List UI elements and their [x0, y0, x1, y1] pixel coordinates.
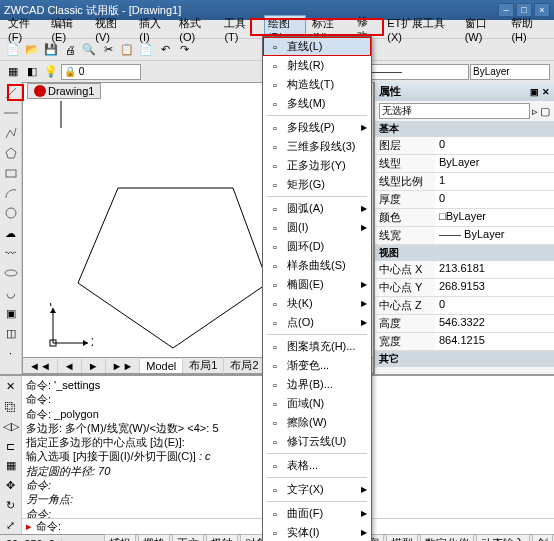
prop-row[interactable]: 厚度0 [375, 191, 554, 209]
menu-item-table[interactable]: ▫表格... [263, 456, 371, 475]
prop-row[interactable]: 线宽—— ByLayer [375, 227, 554, 245]
tab-nav-first[interactable]: ◄◄ [23, 359, 58, 373]
scale-icon[interactable]: ⤢ [2, 516, 20, 534]
menu-item-spline[interactable]: ▫样条曲线(S) [263, 256, 371, 275]
open-icon[interactable]: 📂 [23, 41, 41, 59]
menu-1[interactable]: 编辑(E) [47, 15, 89, 44]
menu-item-revcloud[interactable]: ▫修订云线(U) [263, 432, 371, 451]
menu-item-bound[interactable]: ▫边界(B)... [263, 375, 371, 394]
layer-state-icon[interactable]: 💡 [42, 63, 60, 81]
ellipse-arc-icon[interactable]: ◡ [2, 284, 20, 302]
point-icon[interactable]: · [2, 344, 20, 362]
rotate-icon[interactable]: ↻ [2, 497, 20, 515]
layer-dropdown[interactable]: 🔒 0 [61, 64, 141, 80]
paste-icon[interactable]: 📄 [137, 41, 155, 59]
prop-row[interactable]: 中心点 X213.6181 [375, 261, 554, 279]
copy-obj-icon[interactable]: ⿻ [2, 398, 20, 416]
linetype-dropdown[interactable]: ——— [369, 64, 469, 80]
menu-item-ray[interactable]: ▫射线(R) [263, 56, 371, 75]
status-toggle[interactable]: 数字化仪 [420, 534, 474, 541]
prop-row[interactable]: 颜色□ByLayer [375, 209, 554, 227]
status-toggle[interactable]: 模型 [386, 534, 418, 541]
preview-icon[interactable]: 🔍 [80, 41, 98, 59]
menu-item-xline[interactable]: ▫构造线(T) [263, 75, 371, 94]
tab-nav-next[interactable]: ► [82, 359, 106, 373]
new-icon[interactable]: 📄 [4, 41, 22, 59]
menu-2[interactable]: 视图(V) [91, 15, 133, 44]
ellipse-icon[interactable] [2, 264, 20, 282]
xline-icon[interactable] [2, 104, 20, 122]
menu-11[interactable]: 帮助(H) [507, 15, 550, 44]
prop-row[interactable]: 图层0 [375, 137, 554, 155]
circle-icon[interactable] [2, 204, 20, 222]
mirror-icon[interactable]: ◁▷ [2, 418, 20, 436]
erase-icon[interactable]: ✕ [2, 378, 20, 396]
menu-item-ellipse[interactable]: ▫椭圆(E)▶ [263, 275, 371, 294]
polygon-icon[interactable] [2, 144, 20, 162]
pick-icon[interactable]: ▹ [532, 105, 538, 118]
menu-item-region[interactable]: ▫面域(N) [263, 394, 371, 413]
print-icon[interactable]: 🖨 [61, 41, 79, 59]
line-icon[interactable] [2, 84, 20, 102]
qselect-icon[interactable]: ▢ [540, 105, 550, 118]
menu-item-donut[interactable]: ▫圆环(D) [263, 237, 371, 256]
menu-item-hatch[interactable]: ▫图案填充(H)... [263, 337, 371, 356]
cut-icon[interactable]: ✂ [99, 41, 117, 59]
copy-icon[interactable]: 📋 [118, 41, 136, 59]
menu-item-pline[interactable]: ▫多段线(P)▶ [263, 118, 371, 137]
prop-row[interactable]: 中心点 Y268.9153 [375, 279, 554, 297]
menu-3[interactable]: 插入(I) [135, 15, 173, 44]
move-icon[interactable]: ✥ [2, 477, 20, 495]
make-block-icon[interactable]: ◫ [2, 324, 20, 342]
redo-icon[interactable]: ↷ [175, 41, 193, 59]
menu-item-solid[interactable]: ▫实体(I)▶ [263, 523, 371, 541]
array-icon[interactable]: ▦ [2, 457, 20, 475]
status-toggle[interactable]: 栅格 [138, 534, 170, 541]
spline-icon[interactable]: 〰 [2, 244, 20, 262]
tab-nav-last[interactable]: ►► [106, 359, 141, 373]
menu-item-polygon[interactable]: ▫正多边形(Y) [263, 156, 371, 175]
menu-item-text[interactable]: ▫文字(X)▶ [263, 480, 371, 499]
undo-icon[interactable]: ↶ [156, 41, 174, 59]
prop-row[interactable]: 中心点 Z0 [375, 297, 554, 315]
offset-icon[interactable]: ⊏ [2, 437, 20, 455]
selection-dropdown[interactable]: 无选择 [379, 103, 530, 119]
menu-item-3dpoly[interactable]: ▫三维多段线(3) [263, 137, 371, 156]
prop-row[interactable]: 高度546.3322 [375, 315, 554, 333]
save-icon[interactable]: 💾 [42, 41, 60, 59]
menu-item-circle[interactable]: ▫圆(I)▶ [263, 218, 371, 237]
layer-prev-icon[interactable]: ◧ [23, 63, 41, 81]
bylayer-dropdown[interactable]: ByLayer [470, 64, 550, 80]
panel-close-icon[interactable]: ▣ ✕ [530, 87, 550, 97]
rect-icon[interactable] [2, 164, 20, 182]
menu-item-rect[interactable]: ▫矩形(G) [263, 175, 371, 194]
menu-10[interactable]: 窗口(W) [461, 15, 506, 44]
insert-block-icon[interactable]: ▣ [2, 304, 20, 322]
tab-model[interactable]: Model [140, 359, 183, 373]
menu-item-mline[interactable]: ▫多线(M) [263, 94, 371, 113]
pline-icon[interactable] [2, 124, 20, 142]
tab-nav-prev[interactable]: ◄ [58, 359, 82, 373]
menu-item-point[interactable]: ▫点(O)▶ [263, 313, 371, 332]
menu-item-block[interactable]: ▫块(K)▶ [263, 294, 371, 313]
menu-item-line[interactable]: ▫直线(L) [263, 37, 371, 56]
menu-item-grad[interactable]: ▫渐变色... [263, 356, 371, 375]
menu-9[interactable]: ET扩展工具(X) [383, 15, 458, 44]
tab-layout2[interactable]: 布局2 [224, 357, 265, 374]
prop-row[interactable]: 宽度864.1215 [375, 333, 554, 351]
menu-0[interactable]: 文件(F) [4, 15, 45, 44]
prop-row[interactable]: 线型ByLayer [375, 155, 554, 173]
tab-layout1[interactable]: 布局1 [183, 357, 224, 374]
menu-item-wipe[interactable]: ▫擦除(W) [263, 413, 371, 432]
menu-5[interactable]: 工具(T) [220, 15, 261, 44]
menu-item-arc[interactable]: ▫圆弧(A)▶ [263, 199, 371, 218]
arc-icon[interactable] [2, 184, 20, 202]
layer-icon[interactable]: ▦ [4, 63, 22, 81]
status-toggle[interactable]: 正交 [172, 534, 204, 541]
status-toggle[interactable]: 剑 [532, 534, 553, 541]
status-toggle[interactable]: 动态输入 [476, 534, 530, 541]
menu-4[interactable]: 格式(O) [175, 15, 218, 44]
prop-row[interactable]: 线型比例1 [375, 173, 554, 191]
status-toggle[interactable]: 极轴 [206, 534, 238, 541]
menu-item-surf[interactable]: ▫曲面(F)▶ [263, 504, 371, 523]
